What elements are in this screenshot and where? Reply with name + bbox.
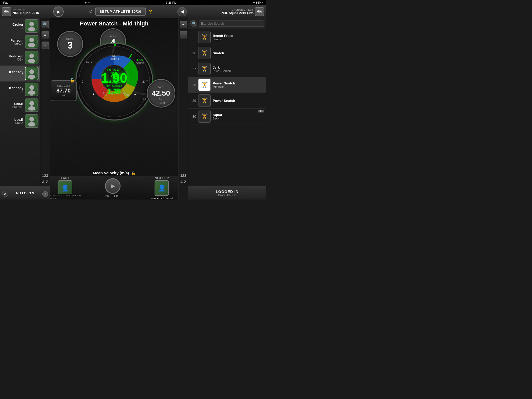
athlete-photo	[25, 67, 38, 80]
battery-icon: ▪	[262, 1, 263, 4]
athlete-last-name: Lee.E	[2, 118, 23, 122]
arrow-right-button-right[interactable]: →	[180, 31, 187, 38]
athlete-photo	[25, 19, 38, 33]
athlete-item[interactable]: Fensom SHAUN	[0, 34, 40, 50]
athlete-name-col: Croker L	[2, 23, 23, 29]
bar-gauge[interactable]: BAR 42.50 KG 500 0	[147, 79, 175, 108]
exercise-name: Bench Press	[213, 34, 264, 38]
no-target-label: NOTARGET	[109, 55, 119, 61]
athlete-first-name: SHAUN	[2, 42, 23, 45]
athlete-name-col: Lee.B BRENKO	[2, 102, 23, 109]
athlete-item[interactable]: Kennedy R	[0, 82, 40, 97]
exercise-number: 26	[190, 51, 196, 55]
prepare-button[interactable]: ▶ PREPARE	[78, 178, 148, 198]
svg-point-12	[29, 85, 34, 90]
exercise-icon: 🏋	[198, 47, 211, 59]
exercise-list-item[interactable]: 28 🏋 Power Snatch Mid-thigh	[188, 77, 266, 93]
velocity-target-value: 1.90	[101, 71, 127, 85]
exercise-test-label: EXERCISE TEST	[222, 9, 254, 11]
athlete-last-name: Hodgson	[2, 54, 23, 58]
exercise-list-item[interactable]: 🏋 Bench Press Bands	[188, 29, 266, 45]
left-athlete-panel: Croker L Fensom SHAUN Hodgson JOSH	[0, 18, 40, 200]
exercise-name: Jerk	[213, 65, 264, 69]
play-button[interactable]: ▶	[53, 6, 64, 17]
search-bar: 🔍	[188, 18, 266, 29]
help-button[interactable]: ?	[149, 8, 152, 15]
menu-button-right[interactable]: ≡	[180, 21, 187, 28]
label-123-right: 123	[180, 174, 186, 178]
center-panel: Power Snatch - Mid-thigh REPS 3 SETS 4	[50, 18, 178, 200]
exercise-title: Power Snatch - Mid-thigh	[80, 20, 149, 27]
search-button-left[interactable]: 🔍	[42, 21, 49, 28]
svg-point-6	[29, 54, 34, 58]
gauge-inner: TARGET 1.90 MIN TARGET 1.35	[101, 68, 127, 95]
athlete-item[interactable]: Croker L	[0, 18, 40, 34]
right-controls: ≡ → 123 A-Z	[178, 18, 188, 200]
athlete-side-label: ATHLETE	[82, 61, 92, 63]
athlete-photo	[25, 51, 38, 64]
squad-title: NRL Squad 2016	[12, 11, 52, 15]
exercise-name: Snatch	[213, 51, 264, 55]
athlete-first-name: R	[2, 90, 23, 93]
exercise-list-item[interactable]: 30 🏋 Squat Back +BM	[188, 109, 266, 124]
exercise-name-col: Power Snatch	[213, 99, 264, 103]
exercise-list-item[interactable]: 29 🏋 Power Snatch	[188, 93, 266, 109]
top-nav-right: EXERCISE TEST NRL Squad 2016 Lifts G/A	[188, 7, 266, 16]
bm-badge: +BM	[258, 110, 264, 112]
next-section-label: NEXT UP	[155, 176, 169, 179]
lock-icon[interactable]: 🔒	[70, 78, 75, 83]
next-athlete-thumb: 👤	[155, 180, 169, 196]
info-button[interactable]: i	[42, 191, 48, 197]
gauges-area: REPS 3 SETS 4	[52, 28, 177, 137]
time-display: 3:26 PM	[166, 1, 177, 4]
logged-in-panel: LOGGED IN Online: CLOUD	[188, 187, 266, 200]
athlete-item[interactable]: Hodgson JOSH	[0, 50, 40, 66]
lock-open-icon: 🔓	[131, 171, 136, 175]
bar-label: BAR	[158, 86, 164, 89]
x-button[interactable]: ✕	[2, 191, 8, 197]
squad-info: SQUAD 1/5 NRL Squad 2016	[12, 8, 52, 15]
squad-avatar-left[interactable]: G/A	[2, 7, 11, 16]
exercise-name-col: Squat Back	[213, 113, 264, 120]
athlete-name-col: Kennedy J	[2, 70, 23, 77]
label-az-right: A-Z	[180, 180, 186, 184]
athlete-list: Croker L Fensom SHAUN Hodgson JOSH	[0, 18, 40, 129]
athlete-photo	[25, 114, 38, 128]
exercise-number: 27	[190, 67, 196, 71]
athlete-last-name: Croker	[2, 23, 23, 26]
exercise-number: 29	[190, 99, 196, 103]
exercise-name: Power Snatch	[213, 99, 264, 103]
athlete-name-col: Kennedy R	[2, 86, 23, 93]
exercise-list-item[interactable]: 26 🏋 Snatch	[188, 45, 266, 61]
settings-icon[interactable]: ⚙	[142, 97, 146, 102]
exercise-test-info: EXERCISE TEST NRL Squad 2016 Lifts	[222, 9, 254, 15]
squad-avatar-right[interactable]: G/A	[255, 7, 264, 16]
auto-on-bar: ✕ AUTO ON i	[0, 187, 50, 200]
arrow-right-button-left[interactable]: →	[42, 42, 49, 49]
athlete-item[interactable]: Lee.B BRENKO	[0, 97, 40, 113]
reps-value: 3	[67, 41, 72, 50]
battery-percent: 85%	[256, 1, 262, 4]
athlete-last-name: Fensom	[2, 38, 23, 42]
bodymass-value: 87.70	[56, 87, 71, 94]
refresh-icon[interactable]: ↺	[89, 9, 92, 14]
svg-point-9	[29, 69, 34, 74]
scale-zero: 0	[82, 80, 83, 83]
exercise-sub: Back	[213, 117, 264, 120]
athlete-item[interactable]: Lee.E EDRICK	[0, 113, 40, 129]
athlete-item[interactable]: Kennedy J	[0, 66, 40, 82]
menu-button-left[interactable]: ≡	[42, 31, 49, 38]
back-arrow-button[interactable]: ◀	[177, 7, 187, 16]
setup-athlete-button[interactable]: SETUP ATHLETE 10/30	[95, 8, 146, 16]
prepare-play-icon[interactable]: ▶	[105, 178, 121, 194]
exercise-search-input[interactable]	[199, 21, 264, 27]
search-icon-right: 🔍	[190, 20, 197, 27]
min-target-value: 1.35	[108, 87, 121, 95]
exercise-list-item[interactable]: 27 🏋 Jerk Push - Behind	[188, 61, 266, 77]
athlete-first-name: J	[2, 74, 23, 77]
svg-text:▲: ▲	[134, 92, 136, 95]
svg-point-15	[29, 101, 34, 106]
exercise-icon: 🏋	[198, 63, 211, 75]
exercise-sub: Mid-thigh	[213, 85, 264, 88]
exercise-name-col: Power Snatch Mid-thigh	[213, 81, 264, 88]
